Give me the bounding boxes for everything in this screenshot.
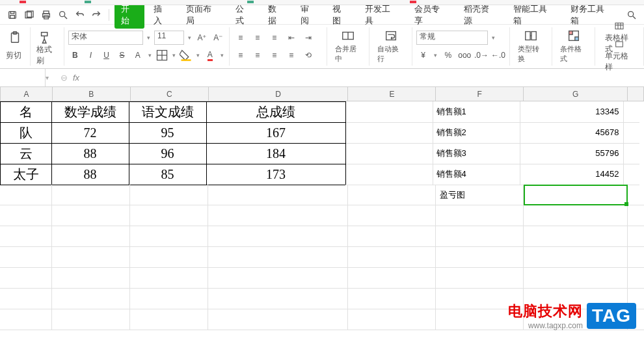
save-icon[interactable] [5, 8, 20, 22]
align-top-icon[interactable]: ≡ [234, 31, 248, 45]
svg-line-11 [633, 16, 636, 19]
table-row[interactable] [0, 205, 644, 226]
svg-rect-26 [575, 37, 579, 41]
col-B[interactable]: B [53, 87, 131, 101]
cancel-formula-icon[interactable]: ⊖ [60, 73, 68, 83]
svg-rect-22 [526, 32, 530, 40]
orientation-icon[interactable]: ⟲ [301, 48, 315, 62]
table-row[interactable] [0, 268, 644, 289]
chevron-down-icon[interactable]: ▾ [187, 34, 193, 41]
svg-rect-2 [10, 15, 15, 18]
col-C[interactable]: C [131, 87, 209, 101]
font-size-combo[interactable]: 11 [154, 31, 184, 45]
align-right-icon[interactable]: ≡ [267, 48, 282, 62]
svg-rect-14 [42, 32, 47, 36]
svg-rect-18 [181, 60, 191, 62]
svg-rect-31 [616, 42, 623, 47]
format-painter-button[interactable] [34, 31, 57, 45]
save-as-icon[interactable] [22, 8, 36, 22]
table-row[interactable]: 队 72 95 167 销售额2 45678 [0, 122, 644, 143]
watermark-title: 电脑技术网 [508, 302, 583, 321]
bold-icon[interactable]: B [68, 48, 81, 62]
undo-icon[interactable] [73, 8, 87, 22]
align-mid-icon[interactable]: ≡ [250, 31, 265, 45]
table-row[interactable]: 名 数学成绩 语文成绩 总成绩 销售额1 13345 [0, 101, 644, 122]
redo-icon[interactable] [89, 8, 103, 22]
type-convert-button[interactable]: 类型转换 [514, 29, 548, 64]
table-row[interactable] [0, 247, 644, 268]
cut-label[interactable]: 剪切 [4, 50, 23, 61]
format-painter-label: 格式刷 [34, 44, 60, 66]
spreadsheet-grid[interactable]: A B C D E F G 名 数学成绩 语文成绩 总成绩 销售额1 13345… [0, 87, 644, 330]
dec-decimal-icon[interactable]: ←.0 [491, 48, 505, 62]
fill-color-icon[interactable] [180, 48, 193, 62]
decrease-font-icon[interactable]: A⁻ [211, 31, 225, 45]
font-color-icon[interactable]: A [204, 48, 217, 62]
svg-rect-27 [615, 23, 623, 29]
window-tab-strip [0, 0, 644, 5]
svg-line-9 [64, 16, 67, 19]
print-icon[interactable] [39, 8, 53, 22]
name-box[interactable] [0, 69, 46, 86]
table-row[interactable]: 盈亏图 [0, 185, 644, 205]
svg-rect-23 [531, 32, 536, 40]
col-E[interactable]: E [348, 87, 436, 101]
increase-font-icon[interactable]: A⁺ [195, 31, 209, 45]
table-row[interactable]: 太子 88 85 173 销售额4 14452 [0, 164, 644, 185]
col-G[interactable]: G [524, 87, 628, 101]
print-preview-icon[interactable] [56, 8, 70, 22]
underline-icon[interactable]: U [100, 48, 113, 62]
comma-icon[interactable]: ooo [458, 48, 472, 62]
svg-point-10 [628, 11, 634, 16]
fx-icon[interactable]: fx [73, 73, 79, 83]
column-headers[interactable]: A B C D E F G [0, 87, 644, 101]
svg-rect-1 [10, 11, 14, 13]
font-name-combo[interactable]: 宋体 [68, 31, 142, 45]
font-extra-icon[interactable]: A [131, 48, 144, 62]
table-row[interactable] [0, 226, 644, 247]
percent-icon[interactable]: % [441, 48, 455, 62]
watermark-badge: TAG [587, 303, 636, 329]
formula-bar: ▾ ⊖ fx [0, 69, 644, 87]
inc-decimal-icon[interactable]: .0→ [474, 48, 489, 62]
align-center-icon[interactable]: ≡ [250, 48, 265, 62]
italic-icon[interactable]: I [84, 48, 97, 62]
ribbon: 剪切 格式刷 宋体 ▾ 11 ▾ A⁺ A⁻ B I U S A▾ ▾ ▾ A▾ [0, 25, 644, 69]
svg-point-8 [59, 11, 64, 16]
search-icon[interactable] [624, 8, 639, 22]
indent-inc-icon[interactable]: ⇥ [301, 31, 315, 45]
wrap-text-button[interactable]: 自动换行 [373, 29, 408, 64]
col-D[interactable]: D [209, 87, 349, 101]
indent-dec-icon[interactable]: ⇤ [284, 31, 299, 45]
align-bot-icon[interactable]: ≡ [267, 31, 282, 45]
chevron-down-icon[interactable]: ▾ [46, 74, 54, 81]
merge-center-button[interactable]: 合并居中 [331, 29, 366, 64]
align-left-icon[interactable]: ≡ [234, 48, 248, 62]
col-F[interactable]: F [436, 87, 524, 101]
watermark: 电脑技术网 www.tagxp.com TAG [508, 302, 636, 330]
strike-icon[interactable]: S [116, 48, 129, 62]
table-row[interactable]: 云 88 96 184 销售额3 55796 [0, 143, 644, 164]
col-A[interactable]: A [1, 87, 53, 101]
align-justify-icon[interactable]: ≡ [284, 48, 299, 62]
paste-button[interactable] [4, 31, 26, 45]
cell-style-button[interactable]: 单元格样 [599, 39, 639, 73]
currency-icon[interactable]: ¥ [416, 48, 430, 62]
chevron-down-icon[interactable]: ▾ [146, 34, 152, 41]
svg-rect-25 [569, 31, 572, 35]
number-format-combo[interactable]: 常规 [416, 31, 488, 45]
cond-format-button[interactable]: 条件格式 [556, 29, 591, 64]
menu-bar: 开始 插入 页面布局 公式 数据 审阅 视图 开发工具 会员专享 稻壳资源 智能… [0, 5, 644, 25]
border-icon[interactable] [155, 48, 168, 62]
watermark-url: www.tagxp.com [528, 321, 583, 330]
